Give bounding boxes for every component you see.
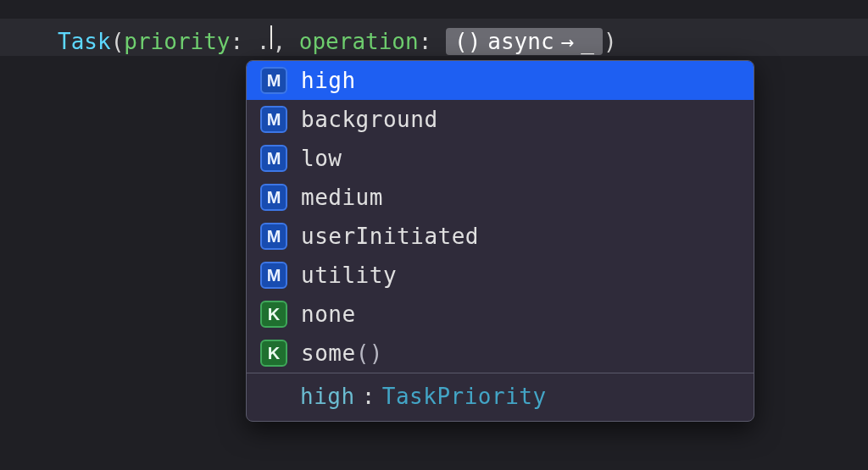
completion-item-background[interactable]: Mbackground — [247, 100, 754, 139]
closure-placeholder[interactable]: () async → _ — [446, 28, 603, 55]
completion-popup[interactable]: MhighMbackgroundMlowMmediumMuserInitiate… — [246, 60, 754, 422]
editor-code-line[interactable]: Task ( priority : . , operation : () asy… — [0, 19, 868, 56]
doc-symbol-type: TaskPriority — [382, 384, 547, 409]
placeholder-arrow: → — [561, 29, 575, 54]
completion-item-none[interactable]: Knone — [247, 295, 754, 334]
token-colon: : — [231, 29, 244, 54]
placeholder-parens: () — [454, 29, 481, 54]
keyword-kind-icon: K — [260, 301, 287, 328]
method-kind-icon: M — [260, 223, 287, 250]
token-close-paren: ) — [604, 29, 617, 54]
doc-symbol-name: high — [300, 384, 355, 409]
keyword-kind-icon: K — [260, 340, 287, 367]
token-param-priority: priority — [124, 29, 230, 54]
method-kind-icon: M — [260, 106, 287, 133]
completion-item-some[interactable]: Ksome() — [247, 334, 754, 373]
completion-item-utility[interactable]: Mutility — [247, 256, 754, 295]
doc-colon: : — [362, 384, 376, 409]
method-kind-icon: M — [260, 67, 287, 94]
completion-label: userInitiated — [301, 224, 740, 249]
placeholder-async: async — [487, 29, 554, 54]
method-kind-icon: M — [260, 262, 287, 289]
token-space1 — [243, 29, 257, 54]
method-kind-icon: M — [260, 184, 287, 211]
token-open-paren: ( — [111, 29, 125, 54]
token-type: Task — [58, 29, 111, 54]
completion-item-userInitiated[interactable]: MuserInitiated — [247, 217, 754, 256]
completion-doc: high: TaskPriority — [247, 373, 754, 421]
token-space2 — [431, 29, 445, 54]
completion-item-low[interactable]: Mlow — [247, 139, 754, 178]
token-param-operation: operation — [299, 29, 419, 54]
completion-label: utility — [301, 263, 740, 288]
method-kind-icon: M — [260, 145, 287, 172]
completion-label: low — [301, 146, 740, 171]
completion-label: background — [301, 107, 740, 132]
completion-item-high[interactable]: Mhigh — [247, 61, 754, 100]
completion-label: high — [301, 68, 740, 93]
completion-label: none — [301, 301, 740, 327]
token-dot: . — [257, 29, 270, 54]
token-comma: , — [272, 29, 298, 54]
token-colon2: : — [419, 29, 432, 54]
placeholder-underscore: _ — [581, 29, 594, 54]
completion-label: some() — [301, 340, 740, 366]
completion-suffix: () — [356, 340, 383, 366]
completion-label: medium — [301, 185, 740, 210]
completion-item-medium[interactable]: Mmedium — [247, 178, 754, 217]
